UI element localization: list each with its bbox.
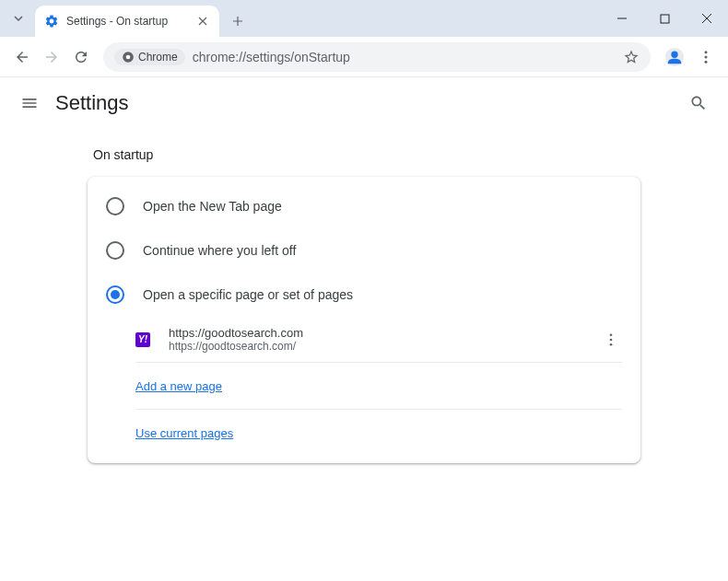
arrow-right-icon <box>43 49 60 65</box>
page-favicon-icon: Y! <box>135 332 150 347</box>
startup-card: Open the New Tab page Continue where you… <box>88 177 640 463</box>
option-new-tab[interactable]: Open the New Tab page <box>88 184 640 228</box>
tab-search-dropdown[interactable] <box>7 7 29 29</box>
close-window-button[interactable] <box>686 0 728 37</box>
profile-icon <box>664 47 685 67</box>
content-area: Settings On startup Open the New Tab pag… <box>0 77 728 463</box>
vertical-dots-icon <box>698 49 714 65</box>
option-label: Open a specific page or set of pages <box>143 287 353 302</box>
url-text: chrome://settings/onStartup <box>193 50 350 64</box>
search-icon <box>689 94 708 112</box>
settings-header: Settings <box>0 77 728 129</box>
radio-unchecked[interactable] <box>106 197 124 215</box>
page-more-button[interactable] <box>600 329 622 351</box>
option-label: Continue where you left off <box>143 243 296 258</box>
title-bar: Settings - On startup <box>0 0 728 37</box>
add-page-link[interactable]: Add a new page <box>135 379 222 393</box>
maximize-icon <box>660 14 670 24</box>
browser-toolbar: Chrome chrome://settings/onStartup <box>0 37 728 77</box>
window-controls <box>601 0 728 37</box>
option-continue[interactable]: Continue where you left off <box>88 228 640 273</box>
section-title: On startup <box>88 147 640 162</box>
settings-gear-icon <box>44 14 59 29</box>
hamburger-menu-button[interactable] <box>18 92 41 114</box>
reload-icon <box>73 49 89 65</box>
svg-point-2 <box>126 54 131 59</box>
chrome-chip: Chrome <box>114 49 185 65</box>
radio-checked[interactable] <box>106 285 124 304</box>
svg-point-7 <box>705 60 708 63</box>
address-bar[interactable]: Chrome chrome://settings/onStartup <box>103 42 651 72</box>
page-title: Settings <box>55 91 129 115</box>
svg-point-5 <box>705 51 708 53</box>
minimize-button[interactable] <box>601 0 643 37</box>
page-url-text: https://goodtosearch.com/ <box>169 340 600 353</box>
chrome-chip-text: Chrome <box>138 51 178 64</box>
settings-container: On startup Open the New Tab page Continu… <box>88 147 640 463</box>
chrome-menu-button[interactable] <box>691 42 721 72</box>
option-label: Open the New Tab page <box>143 199 282 214</box>
use-current-row[interactable]: Use current pages <box>88 410 640 456</box>
hamburger-icon <box>20 94 39 112</box>
svg-rect-0 <box>661 15 669 23</box>
tab-title: Settings - On startup <box>66 15 195 28</box>
chevron-down-icon <box>13 13 24 24</box>
browser-tab[interactable]: Settings - On startup <box>35 6 219 37</box>
profile-button[interactable] <box>662 44 687 70</box>
tab-close-button[interactable] <box>195 14 210 29</box>
search-settings-button[interactable] <box>687 92 710 114</box>
svg-point-8 <box>610 333 613 336</box>
close-icon <box>198 17 207 26</box>
vertical-dots-icon <box>603 331 619 348</box>
svg-point-10 <box>610 343 613 345</box>
reload-button[interactable] <box>66 42 96 72</box>
startup-page-row: Y! https://goodtosearch.com https://good… <box>88 317 640 362</box>
plus-icon <box>232 16 243 27</box>
close-icon <box>701 13 712 24</box>
radio-unchecked[interactable] <box>106 241 124 260</box>
forward-button[interactable] <box>37 42 66 72</box>
option-specific-pages[interactable]: Open a specific page or set of pages <box>88 273 640 317</box>
minimize-icon <box>616 13 628 24</box>
chrome-logo-icon <box>122 51 135 64</box>
new-tab-button[interactable] <box>225 8 251 34</box>
page-title-text: https://goodtosearch.com <box>169 326 600 340</box>
settings-main: On startup Open the New Tab page Continu… <box>0 129 728 463</box>
svg-point-4 <box>671 51 677 57</box>
svg-point-9 <box>610 338 613 341</box>
maximize-button[interactable] <box>643 0 686 37</box>
back-button[interactable] <box>7 42 37 72</box>
page-info: https://goodtosearch.com https://goodtos… <box>169 326 600 353</box>
arrow-left-icon <box>14 49 30 65</box>
add-page-row[interactable]: Add a new page <box>88 363 640 409</box>
bookmark-star-icon[interactable] <box>623 49 640 65</box>
svg-point-6 <box>705 55 708 58</box>
use-current-link[interactable]: Use current pages <box>135 426 233 440</box>
